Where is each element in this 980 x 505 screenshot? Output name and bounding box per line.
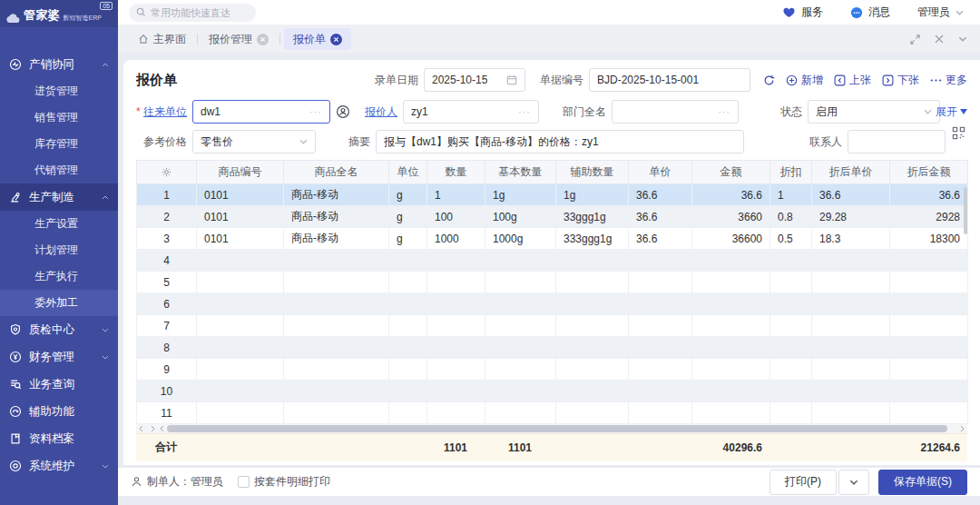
table-cell[interactable]	[427, 402, 485, 424]
table-cell[interactable]	[812, 381, 890, 402]
table-row-empty[interactable]: 4	[137, 250, 968, 272]
table-cell[interactable]	[197, 337, 284, 359]
table-cell[interactable]	[556, 315, 629, 337]
cell-name[interactable]: 商品-移动	[284, 228, 389, 250]
cell-amount[interactable]: 3660	[692, 206, 770, 228]
qr-scan-icon[interactable]	[952, 126, 965, 140]
table-row-empty[interactable]: 9	[137, 359, 968, 381]
table-cell[interactable]	[890, 272, 968, 293]
cell-name[interactable]: 商品-移动	[284, 184, 389, 206]
table-row-empty[interactable]: 10	[137, 381, 968, 402]
row-number[interactable]: 6	[137, 293, 197, 315]
doc-no-input[interactable]: BJD-2025-10-15-001	[589, 68, 750, 92]
table-cell[interactable]	[556, 381, 629, 402]
sidebar-item-inventory[interactable]: 库存管理	[0, 131, 118, 157]
sidebar-item-plan-mgmt[interactable]: 计划管理	[0, 237, 118, 263]
tab-quote-form[interactable]: 报价单	[284, 28, 351, 50]
table-cell[interactable]	[890, 337, 968, 359]
quoter-input[interactable]: zy1 ···	[403, 100, 539, 124]
cell-amount[interactable]: 36.6	[692, 184, 770, 206]
tab-home[interactable]: 主界面	[131, 32, 193, 47]
next-record-button[interactable]: 下张	[882, 73, 919, 88]
sidebar-item-sales[interactable]: 销售管理	[0, 104, 118, 131]
scroll-split-right-icon[interactable]	[151, 425, 156, 432]
table-cell[interactable]	[629, 402, 692, 424]
table-cell[interactable]	[556, 250, 629, 272]
row-number[interactable]: 5	[137, 272, 197, 293]
refresh-icon[interactable]	[763, 74, 775, 86]
summary-input[interactable]: 报与【dw1】购买【商品-移动】的价格：zy1	[376, 130, 744, 153]
table-cell[interactable]	[389, 402, 427, 424]
cell-code[interactable]: 0101	[197, 228, 284, 250]
contact-person-icon[interactable]	[336, 104, 350, 119]
table-cell[interactable]	[197, 402, 284, 424]
sidebar-item-outsourcing[interactable]: 委外加工	[0, 290, 118, 316]
partner-label-link[interactable]: 往来单位	[143, 104, 187, 120]
table-cell[interactable]	[629, 315, 692, 337]
cell-aux-qty[interactable]: 1g	[556, 184, 629, 206]
table-cell[interactable]	[890, 402, 968, 424]
table-cell[interactable]	[427, 381, 485, 402]
table-cell[interactable]	[812, 402, 890, 424]
cell-disc-price[interactable]: 18.3	[812, 228, 890, 250]
table-cell[interactable]	[770, 315, 812, 337]
table-row[interactable]: 2 0101 商品-移动 g 100 100g 33ggg1g 36.6 366…	[137, 206, 968, 228]
table-cell[interactable]	[485, 293, 556, 315]
calendar-icon[interactable]	[506, 74, 517, 85]
cell-disc-price[interactable]: 29.28	[812, 206, 890, 228]
department-input[interactable]: ···	[612, 100, 739, 124]
cell-base-qty[interactable]: 1g	[485, 184, 556, 206]
sidebar-section-production[interactable]: 生产制造	[0, 183, 118, 211]
print-detail-checkbox[interactable]	[238, 476, 250, 488]
table-cell[interactable]	[284, 402, 389, 424]
sidebar-item-consignment[interactable]: 代销管理	[0, 157, 118, 183]
table-row-empty[interactable]: 6	[137, 293, 968, 315]
cell-qty[interactable]: 1000	[427, 228, 485, 250]
table-cell[interactable]	[485, 402, 556, 424]
table-cell[interactable]	[770, 272, 812, 293]
sidebar-section-archives[interactable]: 资料档案	[0, 425, 118, 452]
table-cell[interactable]	[629, 337, 692, 359]
table-cell[interactable]	[890, 293, 968, 315]
cell-base-qty[interactable]: 1000g	[485, 228, 556, 250]
cell-unit[interactable]: g	[389, 228, 427, 250]
row-number[interactable]: 3	[137, 228, 197, 250]
table-cell[interactable]	[770, 381, 812, 402]
scroll-split-left-icon[interactable]	[159, 425, 164, 432]
table-cell[interactable]	[770, 293, 812, 315]
table-cell[interactable]	[629, 272, 692, 293]
table-cell[interactable]	[629, 359, 692, 381]
table-cell[interactable]	[389, 337, 427, 359]
table-cell[interactable]	[427, 293, 485, 315]
table-cell[interactable]	[389, 359, 427, 381]
table-row-empty[interactable]: 5	[137, 272, 968, 293]
expand-window-icon[interactable]	[910, 35, 920, 45]
row-number[interactable]: 2	[137, 206, 197, 228]
record-date-input[interactable]: 2025-10-15	[424, 68, 525, 92]
cell-code[interactable]: 0101	[197, 206, 284, 228]
sidebar-section-finance[interactable]: 财务管理	[0, 343, 118, 371]
status-select[interactable]: 启用	[808, 100, 940, 124]
chevron-down-icon[interactable]	[958, 36, 967, 42]
quick-search[interactable]	[129, 4, 256, 22]
table-cell[interactable]	[890, 381, 968, 402]
more-button[interactable]: 更多	[930, 73, 967, 88]
print-dropdown-button[interactable]	[838, 470, 869, 495]
table-cell[interactable]	[389, 293, 427, 315]
cell-price[interactable]: 36.6	[629, 228, 692, 250]
table-row-empty[interactable]: 11	[137, 402, 968, 424]
message-link[interactable]: 消息	[850, 5, 890, 20]
service-link[interactable]: 服务	[782, 5, 823, 20]
table-row[interactable]: 1 0101 商品-移动 g 1 1g 1g 36.6 36.6 1 36.6 …	[137, 184, 968, 206]
table-cell[interactable]	[427, 272, 485, 293]
table-row[interactable]: 3 0101 商品-移动 g 1000 1000g 333ggg1g 36.6 …	[137, 228, 968, 250]
column-settings[interactable]	[137, 161, 197, 184]
sidebar-item-production-setup[interactable]: 生产设置	[0, 211, 118, 237]
print-button[interactable]: 打印(P)	[769, 470, 837, 495]
cell-disc-amount[interactable]: 18300	[890, 228, 968, 250]
ref-price-select[interactable]: 零售价	[192, 130, 316, 153]
table-cell[interactable]	[629, 293, 692, 315]
cell-amount[interactable]: 36600	[692, 228, 770, 250]
table-cell[interactable]	[812, 359, 890, 381]
table-cell[interactable]	[427, 250, 485, 272]
